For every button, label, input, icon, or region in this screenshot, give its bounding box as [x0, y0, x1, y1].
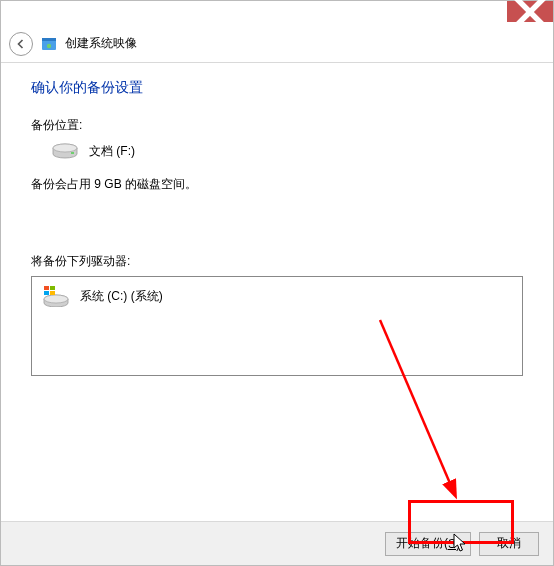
svg-point-4	[47, 43, 51, 47]
wizard-footer: 开始备份(S) 取消	[1, 521, 553, 565]
drive-list-item: 系统 (C:) (系统)	[38, 283, 516, 309]
wizard-header: 创建系统映像	[1, 25, 553, 63]
system-drive-icon	[42, 285, 70, 307]
svg-point-9	[44, 295, 68, 303]
arrow-left-icon	[15, 38, 27, 50]
backup-size-note: 备份会占用 9 GB 的磁盘空间。	[31, 176, 523, 193]
svg-point-6	[53, 144, 77, 152]
start-backup-button[interactable]: 开始备份(S)	[385, 532, 471, 556]
svg-rect-3	[42, 38, 56, 41]
backup-location-label: 备份位置:	[31, 117, 523, 134]
drive-selection-label: 将备份下列驱动器:	[31, 253, 523, 270]
svg-rect-10	[44, 286, 49, 290]
page-heading: 确认你的备份设置	[31, 79, 523, 97]
cancel-button[interactable]: 取消	[479, 532, 539, 556]
backup-location-row: 文档 (F:)	[31, 142, 523, 160]
svg-rect-7	[71, 152, 74, 154]
wizard-title: 创建系统映像	[65, 35, 137, 52]
drive-item-label: 系统 (C:) (系统)	[80, 288, 163, 305]
svg-rect-11	[50, 286, 55, 290]
hard-drive-icon	[51, 142, 79, 160]
close-button[interactable]	[507, 1, 553, 22]
backup-location-value: 文档 (F:)	[89, 143, 135, 160]
back-button[interactable]	[9, 32, 33, 56]
svg-rect-13	[50, 291, 55, 295]
svg-rect-12	[44, 291, 49, 295]
window-titlebar	[1, 1, 553, 25]
wizard-content: 确认你的备份设置 备份位置: 文档 (F:) 备份会占用 9 GB 的磁盘空间。…	[1, 63, 553, 521]
app-icon	[41, 36, 57, 52]
drive-list: 系统 (C:) (系统)	[31, 276, 523, 376]
system-image-wizard-window: 创建系统映像 确认你的备份设置 备份位置: 文档 (F:) 备份会占用 9 GB…	[0, 0, 554, 566]
